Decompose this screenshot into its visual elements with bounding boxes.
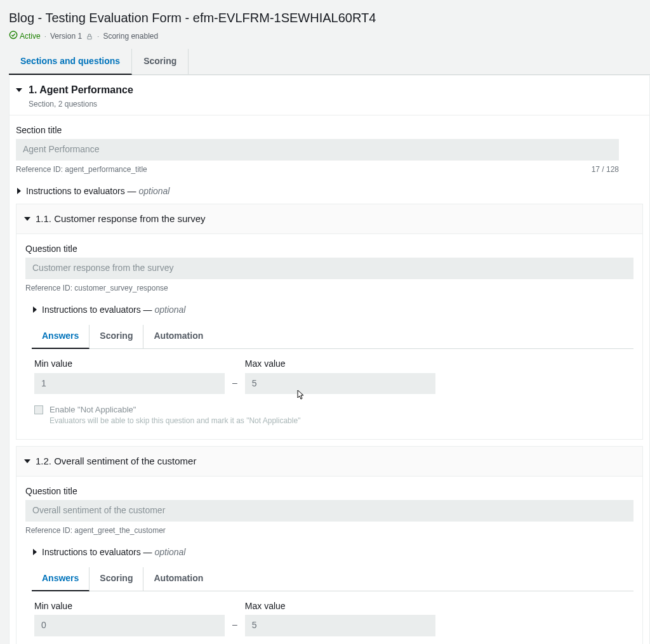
section-header: 1. Agent Performance Section, 2 question… bbox=[10, 76, 649, 115]
instructions-expander[interactable]: Instructions to evaluators — optional bbox=[16, 185, 643, 198]
tab-scoring[interactable]: Scoring bbox=[90, 567, 143, 591]
caret-down-icon[interactable] bbox=[24, 212, 30, 226]
caret-down-icon[interactable] bbox=[24, 454, 30, 468]
tab-scoring[interactable]: Scoring bbox=[132, 49, 189, 75]
caret-right-icon bbox=[16, 185, 22, 198]
top-tabs: Sections and questions Scoring bbox=[9, 49, 650, 76]
svg-rect-1 bbox=[88, 36, 91, 39]
char-counter: 17 / 128 bbox=[592, 164, 619, 175]
max-value-input[interactable]: 5 bbox=[245, 615, 435, 636]
optional-tag: optional bbox=[154, 305, 185, 315]
min-value-label: Min value bbox=[34, 358, 225, 371]
instructions-expander[interactable]: Instructions to evaluators — optional bbox=[32, 304, 633, 317]
instructions-expander[interactable]: Instructions to evaluators — optional bbox=[32, 546, 633, 559]
not-applicable-checkbox[interactable] bbox=[34, 405, 43, 414]
scoring-enabled-label: Scoring enabled bbox=[103, 31, 158, 42]
instructions-label: Instructions to evaluators — bbox=[42, 305, 152, 315]
caret-right-icon bbox=[32, 304, 38, 317]
caret-down-icon[interactable] bbox=[16, 83, 22, 97]
section-title: 1. Agent Performance bbox=[29, 83, 133, 97]
max-value-label: Max value bbox=[245, 600, 435, 613]
question-title-input[interactable]: Overall sentiment of the customer bbox=[25, 500, 633, 522]
section-title-label: Section title bbox=[16, 124, 643, 137]
section-title-input[interactable]: Agent Performance bbox=[16, 139, 619, 161]
instructions-label: Instructions to evaluators — bbox=[42, 547, 152, 557]
status-row: Active · Version 1 · Scoring enabled bbox=[9, 30, 650, 43]
inner-tabs: Answers Scoring Automation bbox=[32, 325, 633, 349]
optional-tag: optional bbox=[138, 186, 169, 196]
question-block-1-1: 1.1. Customer response from the survey Q… bbox=[16, 204, 643, 440]
not-applicable-description: Evaluators will be able to skip this que… bbox=[50, 416, 300, 426]
question-title-label: Question title bbox=[25, 243, 633, 256]
question-block-1-2: 1.2. Overall sentiment of the customer Q… bbox=[16, 446, 643, 644]
tab-automation[interactable]: Automation bbox=[143, 325, 213, 348]
reference-id: Reference ID: customer_survey_response bbox=[25, 283, 168, 294]
question-title: 1.1. Customer response from the survey bbox=[36, 212, 206, 225]
separator-dot: · bbox=[44, 31, 46, 42]
min-value-label: Min value bbox=[34, 600, 225, 613]
question-title-input[interactable]: Customer response from the survey bbox=[25, 258, 633, 279]
caret-right-icon bbox=[32, 546, 38, 559]
reference-id: Reference ID: agent_performance_title bbox=[16, 164, 147, 175]
optional-tag: optional bbox=[154, 547, 185, 557]
range-separator: – bbox=[232, 377, 237, 395]
section-subtitle: Section, 2 questions bbox=[29, 99, 133, 110]
status-badge: Active bbox=[9, 30, 41, 43]
max-value-label: Max value bbox=[245, 358, 435, 371]
tab-scoring[interactable]: Scoring bbox=[90, 325, 143, 348]
separator-dot: · bbox=[97, 31, 99, 42]
tab-sections-and-questions[interactable]: Sections and questions bbox=[9, 49, 132, 76]
max-value-input[interactable]: 5 bbox=[245, 373, 435, 395]
status-label: Active bbox=[20, 31, 41, 42]
tab-answers[interactable]: Answers bbox=[32, 325, 90, 349]
instructions-label: Instructions to evaluators — bbox=[26, 186, 136, 196]
question-title-label: Question title bbox=[25, 485, 633, 498]
not-applicable-label: Enable "Not Applicable" bbox=[50, 404, 300, 416]
reference-id: Reference ID: agent_greet_the_customer bbox=[25, 525, 166, 536]
min-value-input[interactable]: 0 bbox=[34, 615, 225, 636]
tab-automation[interactable]: Automation bbox=[143, 567, 213, 591]
page-title: Blog - Testing Evaluation Form - efm-EVL… bbox=[9, 9, 650, 27]
range-separator: – bbox=[232, 619, 237, 636]
tab-answers[interactable]: Answers bbox=[32, 567, 90, 591]
lock-icon bbox=[86, 31, 93, 42]
min-value-input[interactable]: 1 bbox=[34, 373, 225, 395]
version-label: Version 1 bbox=[50, 31, 82, 42]
inner-tabs: Answers Scoring Automation bbox=[32, 567, 633, 591]
check-circle-icon bbox=[9, 30, 18, 43]
question-title: 1.2. Overall sentiment of the customer bbox=[36, 454, 196, 468]
